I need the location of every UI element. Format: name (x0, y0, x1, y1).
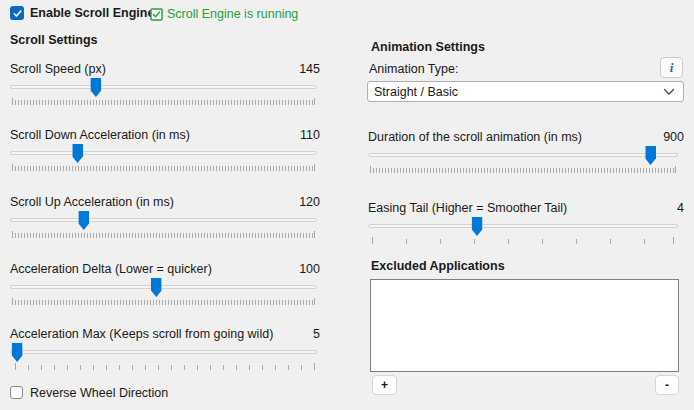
easing-tail-slider-track[interactable] (368, 224, 678, 228)
slider-row-easing-tail: Easing Tail (Higher = Smoother Tail) 4 (368, 201, 684, 247)
slider-row-scroll-up-accel: Scroll Up Acceleration (in ms) 120 (10, 195, 320, 241)
engine-running-icon (150, 8, 163, 21)
engine-running-status: Scroll Engine is running (167, 7, 298, 21)
slider-ticks (12, 100, 315, 105)
excluded-applications-list[interactable] (370, 279, 679, 372)
slider-row-scroll-speed: Scroll Speed (px) 145 (10, 62, 320, 108)
excluded-applications-title: Excluded Applications (371, 259, 505, 273)
enable-scroll-engine-checkbox[interactable] (10, 6, 24, 20)
animation-type-info-button[interactable]: i (660, 57, 683, 78)
accel-delta-slider-track[interactable] (10, 285, 317, 289)
chevron-down-icon (663, 88, 675, 96)
slider-value: 5 (313, 327, 320, 341)
scroll-up-accel-slider-thumb[interactable] (78, 211, 89, 230)
scroll-speed-slider-track[interactable] (10, 85, 317, 89)
slider-row-accel-max: Acceleration Max (Keeps scroll from goin… (10, 327, 320, 373)
animation-settings-title: Animation Settings (371, 40, 485, 54)
slider-row-duration: Duration of the scroll animation (in ms)… (368, 130, 684, 176)
scroll-speed-slider-thumb[interactable] (90, 78, 101, 97)
duration-slider-track[interactable] (368, 153, 678, 157)
enable-scroll-engine-label: Enable Scroll Engine (30, 6, 154, 20)
slider-value: 4 (677, 201, 684, 215)
plus-icon: + (381, 378, 388, 392)
slider-value: 100 (299, 262, 320, 276)
slider-ticks (12, 300, 315, 305)
animation-type-selected-value: Straight / Basic (374, 85, 663, 99)
animation-type-dropdown[interactable]: Straight / Basic (367, 81, 684, 102)
slider-ticks (372, 239, 674, 244)
remove-excluded-app-button[interactable]: - (655, 375, 679, 395)
slider-label: Scroll Down Acceleration (in ms) (10, 128, 190, 142)
slider-value: 120 (299, 195, 320, 209)
scroll-down-accel-slider-track[interactable] (10, 151, 317, 155)
scroll-up-accel-slider-track[interactable] (10, 218, 317, 222)
slider-label: Duration of the scroll animation (in ms) (368, 130, 582, 144)
accel-max-slider-thumb[interactable] (12, 343, 23, 362)
add-excluded-app-button[interactable]: + (372, 375, 397, 395)
slider-value: 900 (663, 130, 684, 144)
slider-label: Acceleration Delta (Lower = quicker) (10, 262, 212, 276)
minus-icon: - (665, 378, 669, 392)
reverse-wheel-direction-checkbox[interactable] (10, 386, 23, 399)
slider-ticks (12, 166, 315, 171)
slider-label: Easing Tail (Higher = Smoother Tail) (368, 201, 567, 215)
scroll-settings-title: Scroll Settings (10, 33, 98, 47)
reverse-wheel-direction-label: Reverse Wheel Direction (30, 386, 168, 400)
slider-ticks (12, 233, 315, 238)
info-icon: i (670, 60, 674, 76)
slider-ticks (15, 365, 315, 370)
slider-value: 110 (300, 128, 320, 142)
accel-delta-slider-thumb[interactable] (151, 278, 162, 297)
accel-max-slider-track[interactable] (10, 350, 317, 354)
slider-row-accel-delta: Acceleration Delta (Lower = quicker) 100 (10, 262, 320, 308)
slider-label: Scroll Up Acceleration (in ms) (10, 195, 174, 209)
slider-value: 145 (299, 62, 320, 76)
check-icon (12, 8, 23, 19)
duration-slider-thumb[interactable] (645, 146, 656, 165)
scroll-down-accel-slider-thumb[interactable] (72, 144, 83, 163)
slider-ticks (370, 168, 676, 173)
slider-row-scroll-down-accel: Scroll Down Acceleration (in ms) 110 (10, 128, 320, 174)
animation-type-label: Animation Type: (369, 62, 458, 76)
easing-tail-slider-thumb[interactable] (472, 217, 483, 236)
slider-label: Acceleration Max (Keeps scroll from goin… (10, 327, 273, 341)
slider-label: Scroll Speed (px) (10, 62, 106, 76)
